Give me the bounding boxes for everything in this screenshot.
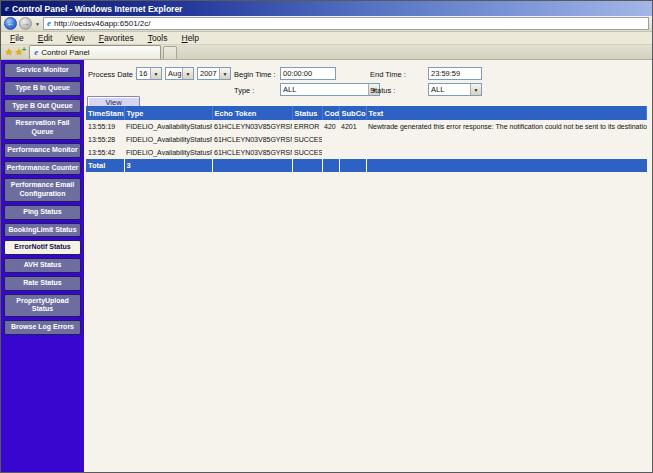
type-select[interactable]: ALL ▼ bbox=[280, 83, 380, 96]
table-row: 13:55:42 FIDELIO_AvailabilityStatusRQ 61… bbox=[86, 146, 647, 159]
page-icon: e bbox=[47, 19, 51, 28]
tab-page-icon: e bbox=[34, 48, 38, 57]
sidebar-item-propertyupload-status[interactable]: PropertyUpload Status bbox=[4, 294, 81, 318]
total-label: Total bbox=[86, 159, 124, 172]
sidebar-item-browse-log-errors[interactable]: Browse Log Errors bbox=[4, 320, 81, 335]
tab-bar: ★ ★+ e Control Panel bbox=[1, 45, 652, 60]
plus-glyph: + bbox=[22, 46, 26, 53]
tab-control-panel[interactable]: e Control Panel bbox=[29, 45, 161, 59]
sidebar-item-rate-status[interactable]: Rate Status bbox=[4, 276, 81, 291]
cell-type: FIDELIO_AvailabilityStatusRQ bbox=[124, 146, 212, 159]
total-empty-cell bbox=[366, 159, 647, 172]
menu-view[interactable]: View bbox=[59, 33, 91, 43]
type-value: ALL bbox=[281, 85, 368, 94]
total-empty-cell bbox=[339, 159, 366, 172]
cell-code: 420 bbox=[322, 120, 339, 133]
chevron-down-icon: ▼ bbox=[182, 68, 193, 79]
cell-type: FIDELIO_AvailabilityStatusRQ bbox=[124, 120, 212, 133]
sidebar-item-performance-email-configuration[interactable]: Performance Email Configuration bbox=[4, 178, 81, 202]
cell-code bbox=[322, 133, 339, 146]
total-empty-cell bbox=[322, 159, 339, 172]
sidebar-item-performance-counter[interactable]: Performance Counter bbox=[4, 161, 81, 176]
cell-text: Newtrade generated this error response: … bbox=[366, 120, 647, 133]
menu-help[interactable]: Help bbox=[174, 33, 205, 43]
begin-time-label: Begin Time : bbox=[234, 70, 276, 79]
sidebar-item-service-monitor[interactable]: Service Monitor bbox=[4, 63, 81, 78]
cell-text bbox=[366, 146, 647, 159]
total-empty-cell bbox=[212, 159, 292, 172]
chevron-down-icon: ▼ bbox=[219, 68, 230, 79]
sidebar-item-performance-monitor[interactable]: Performance Monitor bbox=[4, 143, 81, 158]
status-label: Status : bbox=[370, 86, 395, 95]
cell-status: SUCCESS bbox=[292, 146, 322, 159]
day-select[interactable]: 16 ▼ bbox=[136, 67, 162, 80]
menu-tools[interactable]: Tools bbox=[141, 33, 175, 43]
ie-icon: e bbox=[5, 4, 9, 13]
status-select[interactable]: ALL ▼ bbox=[428, 83, 482, 96]
col-echo-token: Echo Token bbox=[212, 106, 292, 120]
year-select[interactable]: 2007 ▼ bbox=[197, 67, 231, 80]
menu-bar: File Edit View Favorites Tools Help bbox=[1, 32, 652, 45]
cell-status: ERROR bbox=[292, 120, 322, 133]
col-text: Text bbox=[366, 106, 647, 120]
add-favorite-icon[interactable]: ★+ bbox=[15, 48, 23, 57]
url-text: http://oedsv46app:6501/2c/ bbox=[54, 19, 151, 28]
cell-timestamp: 13:55:19 bbox=[86, 120, 124, 133]
end-time-label: End Time : bbox=[370, 70, 406, 79]
menu-file[interactable]: File bbox=[3, 33, 31, 43]
cell-subcode: 4201 bbox=[339, 120, 366, 133]
cell-timestamp: 13:55:42 bbox=[86, 146, 124, 159]
sidebar-item-ping-status[interactable]: Ping Status bbox=[4, 205, 81, 220]
address-input[interactable]: e http://oedsv46app:6501/2c/ bbox=[43, 17, 649, 30]
menu-favorites[interactable]: Favorites bbox=[92, 33, 141, 43]
browser-window: e Control Panel - Windows Internet Explo… bbox=[0, 0, 653, 473]
forward-icon[interactable]: → bbox=[19, 17, 32, 30]
title-bar: e Control Panel - Windows Internet Explo… bbox=[1, 1, 652, 16]
address-bar: ← → ▼ e http://oedsv46app:6501/2c/ bbox=[1, 16, 652, 32]
window-title: Control Panel - Windows Internet Explore… bbox=[12, 4, 182, 14]
history-dropdown-icon[interactable]: ▼ bbox=[34, 21, 41, 27]
day-value: 16 bbox=[137, 69, 150, 78]
cell-echo-token: 61HCLEYN03V85GYRSNOS bbox=[212, 133, 292, 146]
cell-status: SUCCESS bbox=[292, 133, 322, 146]
tab-label: Control Panel bbox=[41, 48, 89, 57]
total-value: 3 bbox=[124, 159, 212, 172]
new-tab-button[interactable] bbox=[163, 46, 177, 59]
sidebar-item-type-b-out-queue[interactable]: Type B Out Queue bbox=[4, 99, 81, 114]
sidebar-item-reservation-fail-queue[interactable]: Reservation Fail Queue bbox=[4, 116, 81, 140]
process-date-label: Process Date : bbox=[88, 70, 137, 79]
col-status: Status bbox=[292, 106, 322, 120]
year-value: 2007 bbox=[198, 69, 219, 78]
sidebar-item-bookinglimit-status[interactable]: BookingLimit Status bbox=[4, 223, 81, 238]
col-timestamp: TimeStamp bbox=[86, 106, 124, 120]
cell-text bbox=[366, 133, 647, 146]
table-total-row: Total 3 bbox=[86, 159, 647, 172]
cell-subcode bbox=[339, 146, 366, 159]
cell-subcode bbox=[339, 133, 366, 146]
content-area: Service Monitor Type B In Queue Type B O… bbox=[1, 60, 652, 472]
month-value: Aug bbox=[166, 69, 182, 78]
table-header-row: TimeStamp Type Echo Token Status Code Su… bbox=[86, 106, 647, 120]
cell-echo-token: 61HCLEYN03V85GYRSNOS bbox=[212, 120, 292, 133]
sidebar-item-errornotif-status[interactable]: ErrorNotif Status bbox=[4, 240, 81, 255]
type-label: Type : bbox=[234, 86, 254, 95]
cell-timestamp: 13:55:28 bbox=[86, 133, 124, 146]
col-subcode: SubCode bbox=[339, 106, 366, 120]
status-value: ALL bbox=[429, 85, 470, 94]
col-code: Code bbox=[322, 106, 339, 120]
sidebar-item-avh-status[interactable]: AVH Status bbox=[4, 258, 81, 273]
cell-type: FIDELIO_AvailabilityStatusRQ bbox=[124, 133, 212, 146]
total-empty-cell bbox=[292, 159, 322, 172]
table-row: 13:55:28 FIDELIO_AvailabilityStatusRQ 61… bbox=[86, 133, 647, 146]
cell-code bbox=[322, 146, 339, 159]
month-select[interactable]: Aug ▼ bbox=[165, 67, 194, 80]
favorites-star-icon[interactable]: ★ bbox=[5, 48, 13, 57]
back-icon[interactable]: ← bbox=[4, 17, 17, 30]
menu-edit[interactable]: Edit bbox=[31, 33, 60, 43]
sidebar: Service Monitor Type B In Queue Type B O… bbox=[1, 60, 84, 472]
begin-time-input[interactable] bbox=[280, 67, 336, 80]
main-panel: Process Date : 16 ▼ Aug ▼ 2007 ▼ Begin T… bbox=[84, 60, 652, 472]
sidebar-item-type-b-in-queue[interactable]: Type B In Queue bbox=[4, 81, 81, 96]
errornotif-table: TimeStamp Type Echo Token Status Code Su… bbox=[86, 106, 647, 172]
end-time-input[interactable] bbox=[428, 67, 482, 80]
